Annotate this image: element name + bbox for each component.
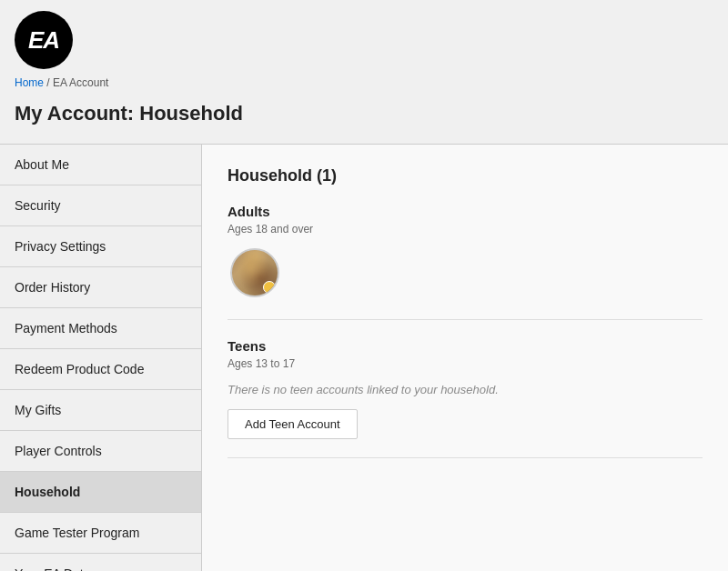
breadcrumb: Home / EA Account <box>15 76 713 89</box>
sidebar: About Me Security Privacy Settings Order… <box>0 145 202 571</box>
avatar-badge <box>263 281 276 294</box>
bottom-divider <box>228 457 703 458</box>
no-teen-message: There is no teen accounts linked to your… <box>228 383 703 396</box>
sidebar-item-security[interactable]: Security <box>0 185 201 226</box>
section-divider <box>228 319 703 320</box>
sidebar-item-my-gifts[interactable]: My Gifts <box>0 390 201 431</box>
adult-avatar-container <box>228 248 282 301</box>
breadcrumb-separator: / <box>44 76 53 89</box>
ea-logo: EA <box>15 11 73 69</box>
sidebar-item-player-controls[interactable]: Player Controls <box>0 431 201 472</box>
sidebar-item-redeem-product-code[interactable]: Redeem Product Code <box>0 349 201 390</box>
main-layout: About Me Security Privacy Settings Order… <box>0 145 728 571</box>
content-area: Household (1) Adults Ages 18 and over Te… <box>202 145 728 571</box>
sidebar-item-game-tester-program[interactable]: Game Tester Program <box>0 513 201 554</box>
teens-subtitle: Ages 13 to 17 <box>228 357 703 370</box>
breadcrumb-home-link[interactable]: Home <box>15 76 44 89</box>
sidebar-item-your-ea-data[interactable]: Your EA Data <box>0 554 201 571</box>
sidebar-item-payment-methods[interactable]: Payment Methods <box>0 308 201 349</box>
sidebar-item-household[interactable]: Household <box>0 472 201 513</box>
page-title: My Account: Household <box>15 95 713 136</box>
adult-avatar-image <box>230 248 279 297</box>
breadcrumb-section: EA Account <box>53 76 108 89</box>
adults-title: Adults <box>228 204 703 219</box>
teens-title: Teens <box>228 338 703 354</box>
header: EA Home / EA Account My Account: Househo… <box>0 0 728 145</box>
sidebar-item-order-history[interactable]: Order History <box>0 267 201 308</box>
add-teen-button[interactable]: Add Teen Account <box>228 409 358 439</box>
ea-logo-text: EA <box>28 26 59 55</box>
sidebar-item-privacy-settings[interactable]: Privacy Settings <box>0 226 201 267</box>
adults-subtitle: Ages 18 and over <box>228 223 703 235</box>
sidebar-item-about-me[interactable]: About Me <box>0 145 201 185</box>
household-section-title: Household (1) <box>228 166 703 185</box>
